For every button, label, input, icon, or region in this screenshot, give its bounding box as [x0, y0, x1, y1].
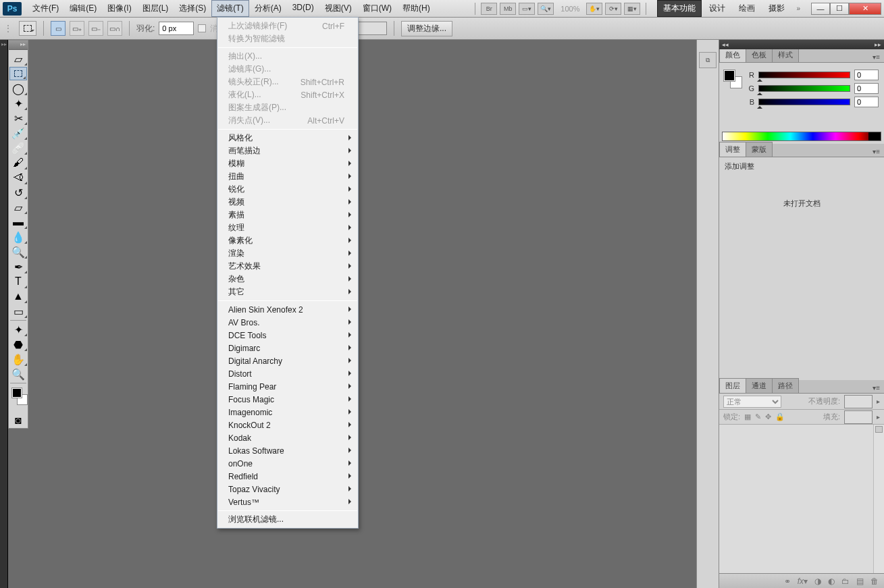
panel-tab[interactable]: 调整: [719, 142, 746, 157]
panel-tab[interactable]: 颜色: [719, 47, 746, 62]
screen-mode-button[interactable]: ▭▾: [519, 3, 535, 15]
quickmask-button[interactable]: ◙: [9, 413, 28, 428]
menu-entry[interactable]: Digimarc: [217, 342, 358, 354]
3d-camera-tool[interactable]: ⬣: [9, 337, 28, 352]
menu-entry[interactable]: 视频: [217, 196, 358, 209]
window-minimize[interactable]: —: [811, 3, 830, 15]
panel-menu-icon[interactable]: ▾≡: [868, 146, 884, 157]
menu-entry[interactable]: 艺术效果: [217, 260, 358, 273]
menu-entry[interactable]: Focus Magic: [217, 393, 358, 406]
mask-icon[interactable]: ◑: [814, 577, 821, 586]
workspace-tab[interactable]: 绘画: [733, 0, 761, 17]
stamp-tool[interactable]: ⏿: [9, 170, 28, 185]
lasso-tool[interactable]: ◯: [9, 81, 28, 96]
menu-4[interactable]: 选择(S): [174, 0, 211, 17]
menu-3[interactable]: 图层(L): [137, 0, 174, 17]
panel-tab[interactable]: 图层: [719, 378, 746, 393]
fx-icon[interactable]: fx▾: [798, 577, 808, 586]
history-brush-tool[interactable]: ↺: [9, 185, 28, 200]
lock-all-icon[interactable]: 🔒: [775, 412, 785, 421]
refine-edge-button[interactable]: 调整边缘...: [401, 21, 452, 36]
color-slider[interactable]: [758, 85, 850, 92]
menu-6[interactable]: 分析(A): [249, 0, 287, 17]
selection-new[interactable]: ▭: [51, 21, 66, 36]
menu-entry[interactable]: onOne: [217, 457, 358, 470]
scrollbar[interactable]: [873, 425, 884, 573]
hand-button[interactable]: ✋▾: [586, 3, 602, 15]
menu-entry[interactable]: Digital Anarchy: [217, 354, 358, 367]
selection-subtract[interactable]: ▭₋: [88, 21, 103, 36]
lock-transparent-icon[interactable]: ▦: [744, 412, 751, 421]
menu-entry[interactable]: AV Bros.: [217, 316, 358, 329]
marquee-tool[interactable]: [9, 67, 27, 80]
color-value-input[interactable]: [854, 83, 879, 94]
eyedropper-tool[interactable]: 💉: [9, 126, 28, 140]
3d-tool[interactable]: ✦: [9, 322, 28, 337]
shape-tool[interactable]: ▭: [9, 304, 28, 319]
menu-entry[interactable]: Redfield: [217, 470, 358, 483]
panel-menu-icon[interactable]: ▾≡: [868, 383, 884, 393]
menu-entry[interactable]: Kodak: [217, 431, 358, 444]
menu-entry[interactable]: 浏览联机滤镜...: [217, 513, 358, 526]
zoom-tool[interactable]: 🔍: [9, 367, 28, 381]
menu-entry[interactable]: 杂色: [217, 273, 358, 286]
fg-swatch[interactable]: [723, 70, 735, 82]
crop-tool[interactable]: ✂: [9, 111, 28, 126]
color-slider[interactable]: [758, 99, 850, 105]
panel-tab[interactable]: 通道: [746, 378, 773, 393]
menu-entry[interactable]: DCE Tools: [217, 329, 358, 342]
lock-pixels-icon[interactable]: ✎: [755, 412, 761, 421]
window-close[interactable]: ✕: [849, 3, 881, 15]
workspace-tab[interactable]: 设计: [703, 0, 731, 17]
menu-entry[interactable]: Distort: [217, 367, 358, 380]
menu-entry[interactable]: 纹理: [217, 221, 358, 234]
panel-tab[interactable]: 色板: [746, 47, 773, 62]
color-slider[interactable]: [758, 72, 850, 78]
type-tool[interactable]: T: [9, 274, 28, 289]
menu-2[interactable]: 图像(I): [102, 0, 136, 17]
eraser-tool[interactable]: ▱: [9, 200, 28, 215]
menu-entry[interactable]: Imagenomic: [217, 406, 358, 419]
adjustment-layer-icon[interactable]: ◐: [828, 577, 835, 586]
panel-tab[interactable]: 路径: [772, 378, 799, 393]
feather-input[interactable]: [159, 22, 194, 35]
menu-entry[interactable]: 像素化: [217, 234, 358, 247]
delete-layer-icon[interactable]: 🗑: [870, 577, 879, 586]
selection-add[interactable]: ▭₊: [70, 21, 84, 36]
menu-7[interactable]: 3D(D): [287, 0, 319, 17]
minibridge-button[interactable]: Mb: [500, 3, 516, 15]
color-spectrum[interactable]: [722, 132, 881, 141]
history-panel-icon[interactable]: ⧉: [699, 52, 717, 68]
blur-tool[interactable]: 💧: [9, 230, 28, 244]
menu-1[interactable]: 编辑(E): [64, 0, 102, 17]
window-maximize[interactable]: ☐: [830, 3, 849, 15]
gradient-tool[interactable]: ▬: [9, 215, 28, 230]
hand-tool[interactable]: ✋: [9, 352, 28, 367]
move-tool[interactable]: ▱: [9, 51, 28, 66]
menu-entry[interactable]: 渲染: [217, 247, 358, 260]
color-value-input[interactable]: [854, 97, 879, 107]
healing-tool[interactable]: 🩹: [9, 140, 28, 155]
menu-entry[interactable]: Vertus™: [217, 496, 358, 508]
current-tool-preset[interactable]: [19, 21, 36, 36]
panel-tab[interactable]: 样式: [772, 47, 799, 62]
menu-10[interactable]: 帮助(H): [397, 0, 436, 17]
menu-entry[interactable]: Topaz Vivacity: [217, 483, 358, 496]
rotate-view-button[interactable]: ⟳▾: [605, 3, 621, 15]
menu-9[interactable]: 窗口(W): [357, 0, 397, 17]
fg-color-swatch[interactable]: [11, 387, 22, 398]
menu-entry[interactable]: Alien Skin Xenofex 2: [217, 303, 358, 316]
dodge-tool[interactable]: 🔍: [9, 244, 28, 259]
workspace-tab[interactable]: 摄影: [762, 0, 791, 17]
menu-0[interactable]: 文件(F): [27, 0, 64, 17]
menu-entry[interactable]: Flaming Pear: [217, 380, 358, 393]
menu-entry[interactable]: 素描: [217, 209, 358, 221]
menu-entry[interactable]: Lokas Software: [217, 444, 358, 457]
panel-menu-icon[interactable]: ▾≡: [868, 52, 884, 62]
new-layer-icon[interactable]: ▤: [856, 577, 864, 586]
color-value-input[interactable]: [854, 70, 879, 80]
group-icon[interactable]: 🗀: [841, 577, 850, 586]
menu-5[interactable]: 滤镜(T): [211, 0, 249, 17]
menu-entry[interactable]: KnockOut 2: [217, 419, 358, 431]
selection-intersect[interactable]: ▭∩: [107, 21, 122, 36]
